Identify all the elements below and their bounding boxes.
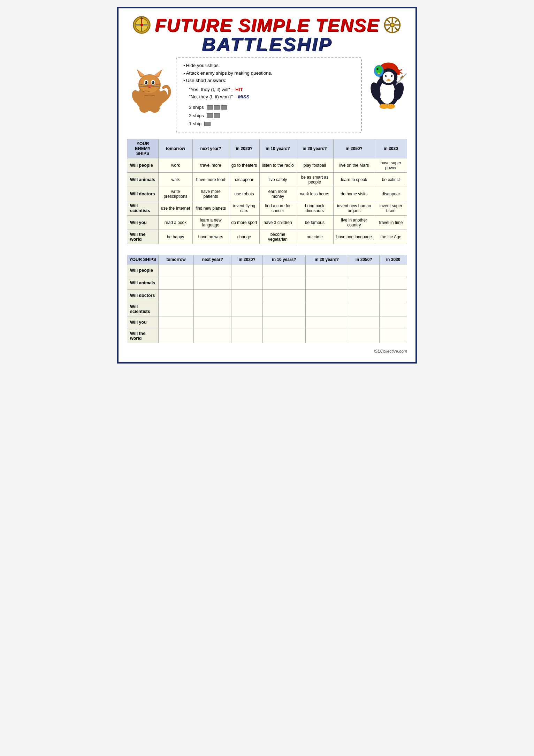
enemy-cell-5-0: be happy <box>159 230 193 244</box>
enemy-cell-4-2: do more sport <box>229 215 260 230</box>
enemy-cell-4-5: live in another country <box>333 215 375 230</box>
enemy-cell-0-0: work <box>159 158 193 172</box>
your-cell-5-4[interactable] <box>305 329 348 343</box>
your-cell-3-4[interactable] <box>305 302 348 316</box>
enemy-cell-3-0: use the Internet <box>159 201 193 215</box>
enemy-cell-5-5: have one language <box>333 230 375 244</box>
cat-illustration <box>127 57 172 114</box>
your-row-header-2: Will doctors <box>127 289 159 302</box>
your-cell-4-6[interactable] <box>380 316 407 329</box>
your-cell-3-2[interactable] <box>231 302 263 316</box>
your-cell-1-2[interactable] <box>231 277 263 289</box>
your-col-10years: in 10 years? <box>263 255 305 264</box>
svg-point-30 <box>145 82 146 83</box>
your-cell-0-2[interactable] <box>231 264 263 277</box>
your-cell-3-1[interactable] <box>194 302 231 316</box>
table-row: Will scientistsuse the Internetfind new … <box>127 201 407 215</box>
your-cell-0-1[interactable] <box>194 264 231 277</box>
svg-line-15 <box>386 19 390 22</box>
title-line1: N FUTURE SIMPLE TENSE <box>127 15 407 35</box>
table-row: Will the world <box>127 329 407 343</box>
enemy-cell-1-5: learn to speak <box>333 172 375 187</box>
your-row-header-4: Will you <box>127 316 159 329</box>
col-2020: in 2020? <box>229 139 260 158</box>
svg-line-18 <box>386 28 390 31</box>
svg-point-2 <box>140 24 143 26</box>
your-cell-2-5[interactable] <box>348 289 380 302</box>
enemy-cell-4-4: be famous <box>296 215 333 230</box>
your-cell-0-5[interactable] <box>348 264 380 277</box>
svg-point-50 <box>391 75 393 77</box>
enemy-ships-header: YOUR ENEMY SHIPS <box>127 139 159 158</box>
svg-point-40 <box>150 104 160 113</box>
enemy-table: YOUR ENEMY SHIPS tomorrow next year? in … <box>127 139 407 244</box>
enemy-cell-4-0: read a book <box>159 215 193 230</box>
your-cell-4-0[interactable] <box>159 316 194 329</box>
col-20years: in 20 years? <box>296 139 333 158</box>
your-cell-0-3[interactable] <box>263 264 305 277</box>
your-cell-3-6[interactable] <box>380 302 407 316</box>
your-cell-2-1[interactable] <box>194 289 231 302</box>
your-cell-1-1[interactable] <box>194 277 231 289</box>
enemy-cell-0-6: have super power <box>375 158 407 172</box>
svg-point-31 <box>152 82 153 83</box>
svg-point-25 <box>140 75 159 93</box>
your-cell-2-2[interactable] <box>231 289 263 302</box>
instruction-3: Use short answers: <box>183 77 356 84</box>
enemy-cell-3-6: invent super brain <box>375 201 407 215</box>
miss-label: MISS <box>238 94 249 99</box>
enemy-cell-5-6: the Ice Age <box>375 230 407 244</box>
your-table-section: YOUR SHIPS tomorrow next year? in 2020? … <box>127 255 407 343</box>
your-cell-3-5[interactable] <box>348 302 380 316</box>
your-cell-0-4[interactable] <box>305 264 348 277</box>
your-cell-1-6[interactable] <box>380 277 407 289</box>
your-cell-2-4[interactable] <box>305 289 348 302</box>
svg-point-10 <box>391 24 394 26</box>
your-cell-1-4[interactable] <box>305 277 348 289</box>
table-spacer <box>127 250 407 255</box>
your-cell-4-5[interactable] <box>348 316 380 329</box>
your-cell-2-3[interactable] <box>263 289 305 302</box>
your-col-3030: in 3030 <box>380 255 407 264</box>
your-cell-5-5[interactable] <box>348 329 380 343</box>
enemy-cell-2-1: have more patients <box>193 187 229 201</box>
header: N FUTURE SIMPLE TENSE BATTLESHIP <box>127 15 407 53</box>
instruction-2: Attack enemy ships by making questions. <box>183 69 356 77</box>
your-cell-2-6[interactable] <box>380 289 407 302</box>
your-cell-4-2[interactable] <box>231 316 263 329</box>
your-cell-4-1[interactable] <box>194 316 231 329</box>
your-cell-1-3[interactable] <box>263 277 305 289</box>
enemy-row-header-1: Will animals <box>127 172 159 187</box>
compass-icon: N <box>132 15 151 35</box>
your-cell-1-5[interactable] <box>348 277 380 289</box>
your-cell-0-0[interactable] <box>159 264 194 277</box>
your-cell-5-3[interactable] <box>263 329 305 343</box>
your-cell-1-0[interactable] <box>159 277 194 289</box>
enemy-cell-1-6: be extinct <box>375 172 407 187</box>
svg-line-17 <box>395 19 398 22</box>
your-cell-3-0[interactable] <box>159 302 194 316</box>
enemy-cell-2-0: write prescriptions <box>159 187 193 201</box>
enemy-row-header-0: Will people <box>127 158 159 172</box>
svg-point-32 <box>148 85 151 87</box>
page: N FUTURE SIMPLE TENSE BATTLESHIP <box>117 7 417 364</box>
svg-point-28 <box>145 81 147 84</box>
enemy-cell-0-1: travel more <box>193 158 229 172</box>
enemy-row-header-2: Will doctors <box>127 187 159 201</box>
your-cell-5-0[interactable] <box>159 329 194 343</box>
enemy-cell-1-0: walk <box>159 172 193 187</box>
enemy-cell-0-2: go to theaters <box>229 158 260 172</box>
your-cell-5-2[interactable] <box>231 329 263 343</box>
enemy-cell-5-3: become vegetarian <box>260 230 296 244</box>
your-cell-5-6[interactable] <box>380 329 407 343</box>
your-cell-4-3[interactable] <box>263 316 305 329</box>
footer-text: iSLCollective.com <box>374 349 407 354</box>
your-cell-0-6[interactable] <box>380 264 407 277</box>
your-cell-5-1[interactable] <box>194 329 231 343</box>
your-cell-4-4[interactable] <box>305 316 348 329</box>
enemy-cell-5-1: have no wars <box>193 230 229 244</box>
ship-row-2: 2 ships <box>189 112 356 120</box>
your-cell-3-3[interactable] <box>263 302 305 316</box>
your-col-next-year: next year? <box>194 255 231 264</box>
your-cell-2-0[interactable] <box>159 289 194 302</box>
